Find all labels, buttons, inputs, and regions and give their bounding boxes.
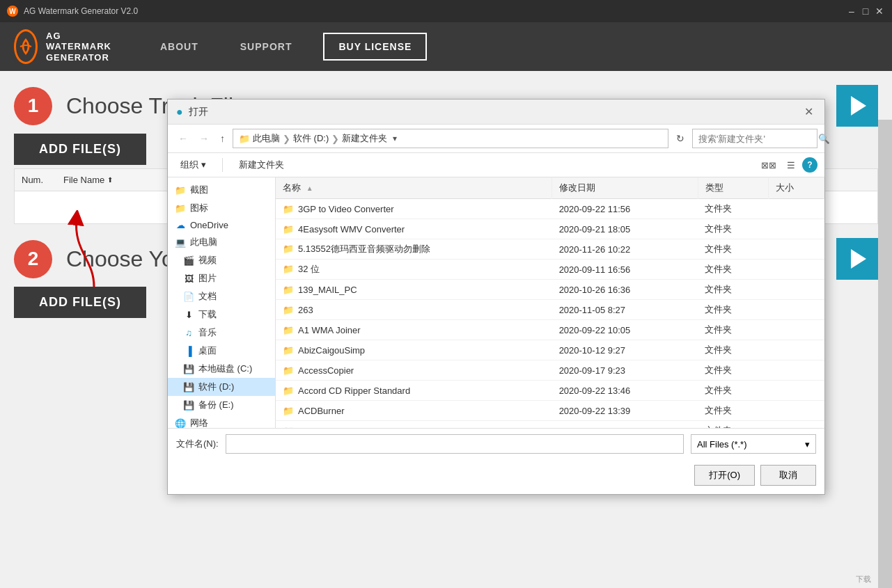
new-folder-button[interactable]: 新建文件夹 [233,157,290,173]
main-scrollbar[interactable] [878,120,892,588]
tree-item-video[interactable]: 🎬 视频 [168,251,275,269]
table-row[interactable]: 📁4Easysoft WMV Converter2020-09-21 18:05… [276,219,824,239]
file-date-cell: 2020-10-26 16:36 [552,280,698,300]
nav-buy-license[interactable]: BUY LICENSE [323,33,427,61]
file-name-cell: 📁Accord CD Ripper Standard [276,381,552,401]
file-size-cell [768,300,824,320]
table-row[interactable]: 📁AbizCaigouSimp2020-10-12 9:27文件夹 [276,340,824,360]
file-size-cell [768,381,824,401]
back-button[interactable]: ← [175,132,191,145]
dialog-close-button[interactable]: ✕ [801,105,816,118]
tree-item-drive-c[interactable]: 💾 本地磁盘 (C:) [168,360,275,378]
file-date-cell: 2020-10-12 9:27 [552,340,698,360]
file-type-cell: 文件夹 [698,239,768,260]
tree-item-desktop[interactable]: ▐ 桌面 [168,342,275,360]
search-input[interactable] [698,134,815,144]
file-date-cell: 2020-11-26 10:22 [552,239,698,260]
tree-item-tubiao[interactable]: 📁 图标 [168,199,275,217]
forward-button[interactable]: → [196,132,212,145]
col-name-header[interactable]: 名称 ▲ [276,177,552,199]
maximize-button[interactable]: □ [860,6,871,17]
help-button[interactable]: ? [802,157,817,173]
table-row[interactable]: 📁2632020-11-05 8:27文件夹 [276,300,824,320]
folder-icon: 📁 [175,203,186,214]
file-date-cell: 2020-09-21 18:05 [552,219,698,239]
tree-item-documents[interactable]: 📄 文档 [168,287,275,305]
nav-support[interactable]: SUPPORT [219,22,313,71]
cancel-button[interactable]: 取消 [760,465,816,486]
next-icon [851,249,866,269]
table-row[interactable]: 📁ACDBurner2020-09-22 13:39文件夹 [276,401,824,421]
table-row[interactable]: 📁AcfunLive2020-11-07 17:22文件夹 [276,421,824,429]
top-nav: AG WATERMARK GENERATOR ABOUT SUPPORT BUY… [0,22,892,71]
left-panel: 📁 截图 📁 图标 ☁ OneDrive 💻 此电脑 🎬 视频 [168,177,276,428]
breadcrumb-folder-icon: 📁 [239,134,250,144]
tree-item-drive-e[interactable]: 💾 备份 (E:) [168,396,275,414]
file-type-cell: 文件夹 [698,300,768,320]
add-files-button-2[interactable]: ADD FILE(S) [14,287,146,318]
add-files-button[interactable]: ADD FILE(S) [14,134,146,165]
file-type-cell: 文件夹 [698,401,768,421]
breadcrumb-part2[interactable]: 软件 (D:) [293,132,329,145]
file-type-cell: 文件夹 [698,280,768,300]
file-type-cell: 文件夹 [698,219,768,239]
table-row[interactable]: 📁5.13552德玛西亚音频驱动勿删除2020-11-26 10:22文件夹 [276,239,824,260]
tree-item-drive-d[interactable]: 💾 软件 (D:) [168,378,275,396]
table-row[interactable]: 📁Accord CD Ripper Standard2020-09-22 13:… [276,381,824,401]
refresh-button[interactable]: ↻ [673,132,688,145]
file-name-cell: 📁4Easysoft WMV Converter [276,219,552,239]
col-date-header[interactable]: 修改日期 [552,177,698,199]
file-table-header: 名称 ▲ 修改日期 类型 大小 [276,177,824,199]
col-size-header[interactable]: 大小 [768,177,824,199]
open-button[interactable]: 打开(O) [694,465,755,486]
file-name-cell: 📁3GP to Video Converter [276,199,552,219]
view-toggle-button[interactable]: ☰ [783,158,799,173]
title-bar: W AG Watermark Generator V2.0 – □ ✕ [0,0,892,22]
view-list-button[interactable]: ⊠⊠ [758,158,780,173]
tree-item-downloads[interactable]: ⬇ 下载 [168,305,275,324]
close-button[interactable]: ✕ [874,6,885,17]
file-table: 名称 ▲ 修改日期 类型 大小 [276,177,824,428]
search-button[interactable]: 🔍 [818,134,830,144]
breadcrumb-part3[interactable]: 新建文件夹 [342,132,387,145]
filetype-value: All Files (*.*) [697,439,747,450]
tree-item-thispc[interactable]: 💻 此电脑 [168,233,275,251]
explorer-body: 📁 截图 📁 图标 ☁ OneDrive 💻 此电脑 🎬 视频 [168,177,824,428]
play-button[interactable] [836,85,878,127]
breadcrumb-path: 📁 此电脑 ❯ 软件 (D:) ❯ 新建文件夹 ▾ [233,129,668,148]
tree-item-pictures[interactable]: 🖼 图片 [168,269,275,287]
tree-item-music[interactable]: ♫ 音乐 [168,324,275,342]
breadcrumb-dropdown[interactable]: ▾ [390,134,400,143]
table-row[interactable]: 📁3GP to Video Converter2020-09-22 11:56文… [276,199,824,219]
file-date-cell: 2020-11-05 8:27 [552,300,698,320]
video-icon: 🎬 [183,255,194,266]
title-bar-text: AG Watermark Generator V2.0 [24,6,138,16]
table-row[interactable]: 📁32 位2020-09-11 16:56文件夹 [276,260,824,280]
file-type-cell: 文件夹 [698,260,768,280]
section2-next-button[interactable] [836,238,878,280]
tree-item-network[interactable]: 🌐 网络 [168,414,275,428]
nav-about[interactable]: ABOUT [139,22,219,71]
filetype-dropdown[interactable]: All Files (*.*) ▾ [691,434,816,454]
up-button[interactable]: ↑ [217,132,228,145]
table-row[interactable]: 📁139_MAIL_PC2020-10-26 16:36文件夹 [276,280,824,300]
file-date-cell: 2020-09-22 11:56 [552,199,698,219]
col-type-header[interactable]: 类型 [698,177,768,199]
file-type-cell: 文件夹 [698,340,768,360]
table-row[interactable]: 📁AccessCopier2020-09-17 9:23文件夹 [276,360,824,381]
pictures-icon: 🖼 [183,273,194,284]
main-content: AG 1 Choose Track Files Play Track ADD F… [0,71,892,588]
drive-icon-e: 💾 [183,400,194,411]
file-type-cell: 文件夹 [698,360,768,381]
dialog-actions: 打开(O) 取消 [168,459,824,494]
tree-item-onedrive[interactable]: ☁ OneDrive [168,217,275,233]
breadcrumb-part1[interactable]: 此电脑 [253,132,280,145]
filename-input[interactable] [226,434,684,454]
organize-button[interactable]: 组织 ▾ [175,157,212,173]
brand-name: AG WATERMARK GENERATOR [46,31,125,63]
file-date-cell: 2020-11-07 17:22 [552,421,698,429]
window-controls: – □ ✕ [846,6,885,17]
table-row[interactable]: 📁A1 WMA Joiner2020-09-22 10:05文件夹 [276,320,824,340]
minimize-button[interactable]: – [846,6,857,17]
tree-item-jietu[interactable]: 📁 截图 [168,181,275,199]
